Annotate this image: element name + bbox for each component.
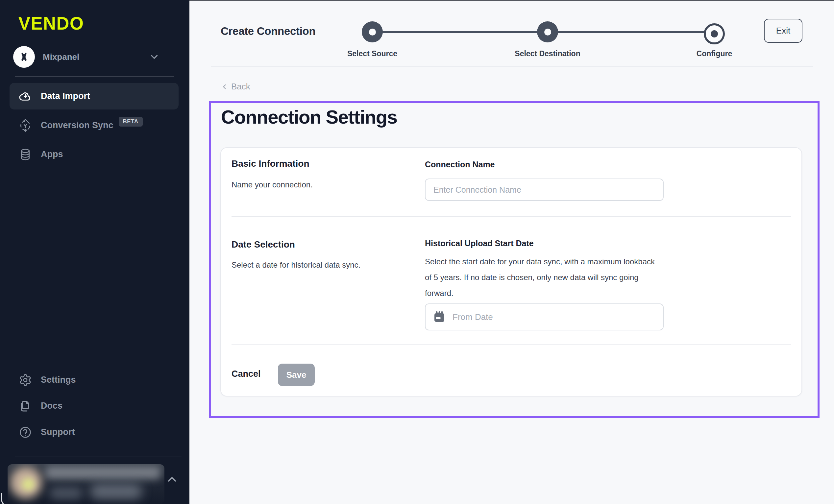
user-account-blurred[interactable] xyxy=(7,464,164,504)
chevron-up-icon[interactable] xyxy=(166,473,179,486)
sidebar-item-support[interactable]: Support xyxy=(9,419,179,445)
sidebar: VENDO Mixpanel Data Imp xyxy=(0,0,190,504)
chevron-left-icon xyxy=(221,83,228,91)
cloud-download-icon xyxy=(18,89,32,103)
historical-upload-start-date-label: Historical Upload Start Date xyxy=(425,239,534,248)
blurred-text xyxy=(50,487,83,499)
from-date-input[interactable] xyxy=(452,312,656,323)
step-node-configure[interactable] xyxy=(704,23,725,44)
date-selection-heading: Date Selection xyxy=(232,239,295,250)
step-node-select-source[interactable] xyxy=(362,21,383,42)
basic-information-heading: Basic Information xyxy=(232,158,309,169)
sidebar-item-label: Data Import xyxy=(41,91,90,101)
page-title: Create Connection xyxy=(221,25,315,38)
header-divider xyxy=(211,66,813,67)
connection-name-input[interactable] xyxy=(425,178,664,201)
card-divider xyxy=(232,216,791,217)
connection-name-label: Connection Name xyxy=(425,160,495,169)
sidebar-item-apps[interactable]: Apps xyxy=(9,141,179,168)
popup-corner-outline xyxy=(1,493,19,504)
sync-scan-icon xyxy=(18,119,32,132)
save-button[interactable]: Save xyxy=(278,364,315,386)
sidebar-item-label: Apps xyxy=(41,149,63,159)
blurred-text xyxy=(90,484,142,499)
step-label: Select Destination xyxy=(515,49,580,58)
back-link[interactable]: Back xyxy=(221,82,250,92)
step-dot xyxy=(369,29,376,36)
help-icon xyxy=(18,425,32,439)
vendo-logo: VENDO xyxy=(18,13,84,34)
blurred-detail xyxy=(22,478,35,490)
calendar-icon xyxy=(433,310,446,324)
sidebar-item-label: Support xyxy=(41,427,75,437)
sidebar-item-data-import[interactable]: Data Import xyxy=(9,83,179,109)
blurred-detail xyxy=(45,466,160,479)
exit-button[interactable]: Exit xyxy=(764,19,803,43)
gear-icon xyxy=(18,373,32,387)
chevron-down-icon xyxy=(149,51,160,63)
date-selection-description: Select a date for historical data sync. xyxy=(232,260,360,269)
step-node-select-destination[interactable] xyxy=(537,21,558,42)
step-dot xyxy=(711,30,718,38)
app-window: VENDO Mixpanel Data Imp xyxy=(0,0,834,504)
sidebar-item-docs[interactable]: Docs xyxy=(9,393,179,419)
database-icon xyxy=(18,148,32,161)
step-label: Select Source xyxy=(347,49,397,58)
card-divider xyxy=(232,344,791,345)
sidebar-item-label: Docs xyxy=(41,401,63,411)
window-top-edge xyxy=(190,0,834,1)
cancel-button[interactable]: Cancel xyxy=(232,369,261,379)
sidebar-item-settings[interactable]: Settings xyxy=(9,367,179,393)
from-date-field[interactable] xyxy=(425,304,664,330)
docs-icon xyxy=(18,399,32,413)
back-label: Back xyxy=(231,82,250,92)
basic-information-description: Name your connection. xyxy=(232,180,313,189)
sidebar-divider xyxy=(15,457,181,457)
sidebar-item-label: Settings xyxy=(41,375,76,385)
step-label: Configure xyxy=(697,49,732,58)
historical-upload-help-text: Select the start date for your data sync… xyxy=(425,254,658,301)
sidebar-divider xyxy=(15,76,174,77)
step-dot xyxy=(544,29,551,36)
workspace-name: Mixpanel xyxy=(43,52,79,62)
workspace-switcher[interactable]: Mixpanel xyxy=(13,45,176,68)
mixpanel-logo-icon xyxy=(13,46,35,68)
beta-badge: BETA xyxy=(119,117,143,127)
sidebar-item-label: Conversion Sync xyxy=(41,120,113,131)
panel-title: Connection Settings xyxy=(221,106,397,128)
sidebar-item-conversion-sync[interactable]: Conversion Sync BETA xyxy=(9,112,179,139)
